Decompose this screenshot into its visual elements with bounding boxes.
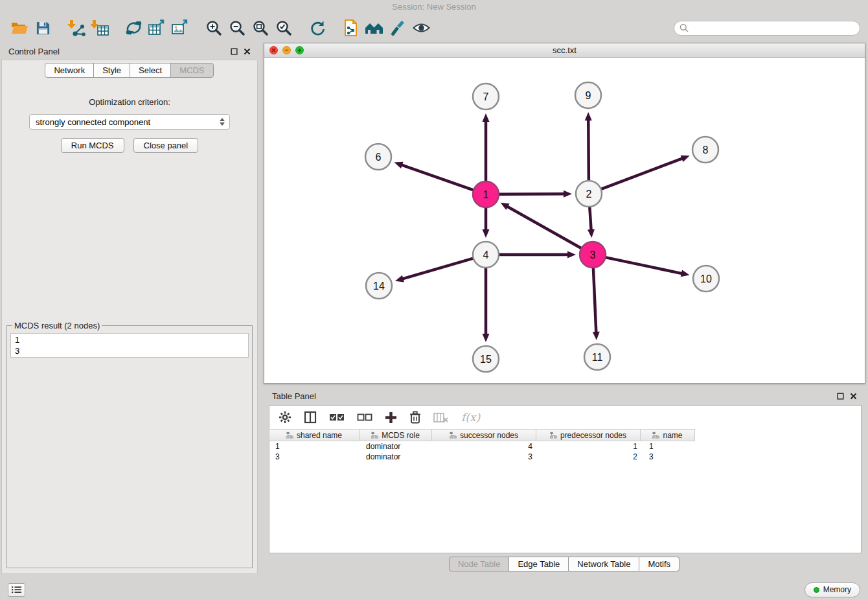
export-table-button[interactable] [145, 17, 168, 38]
run-mcds-button[interactable]: Run MCDS [61, 138, 124, 153]
graph-edge-1-2[interactable] [499, 194, 565, 194]
tab-edge-table[interactable]: Edge Table [508, 557, 569, 571]
table-cell: 3 [269, 452, 360, 461]
graph-node-label: 7 [483, 91, 489, 102]
show-hide-button[interactable] [409, 17, 433, 38]
tab-network[interactable]: Network [45, 63, 94, 78]
zoom-selected-button[interactable] [272, 17, 295, 38]
maximize-window-button[interactable] [295, 46, 304, 54]
task-history-button[interactable] [8, 583, 25, 597]
function-builder-button[interactable]: f(x) [461, 411, 480, 424]
graph-edge-arrowhead [593, 332, 600, 340]
search-input[interactable] [689, 23, 854, 32]
graph-edge-arrowhead [394, 162, 404, 168]
show-welcome-screen-button[interactable] [363, 17, 386, 38]
mcds-result-line: 1 [15, 334, 244, 345]
column-header-name[interactable]: name [640, 429, 695, 441]
table-cell: dominator [360, 442, 433, 451]
export-table-icon [148, 19, 166, 36]
table-panel-title: Table Panel [272, 391, 316, 401]
table-cell: dominator [360, 452, 433, 461]
import-network-icon [67, 19, 86, 37]
gear-icon[interactable] [279, 411, 291, 424]
graph-edge-2-8[interactable] [602, 158, 683, 189]
new-network-button[interactable] [122, 17, 145, 38]
zoom-fit-icon [253, 20, 269, 36]
add-column-icon[interactable] [385, 411, 397, 424]
column-header-MCDS-role[interactable]: MCDS role [359, 429, 432, 441]
close-panel-icon[interactable] [850, 393, 857, 400]
criterion-dropdown[interactable]: strongly connected component [29, 114, 230, 130]
import-network-button[interactable] [65, 17, 88, 38]
tab-select[interactable]: Select [130, 63, 171, 78]
column-header-successor-nodes[interactable]: successor nodes [431, 429, 536, 441]
refresh-view-button[interactable] [306, 17, 329, 38]
tab-style[interactable]: Style [93, 63, 130, 78]
close-panel-icon[interactable] [244, 48, 251, 55]
table-toolbar: f(x) [269, 406, 861, 429]
graph-edge-3-1[interactable] [507, 206, 580, 248]
table-cell: 1 [538, 442, 643, 451]
zoom-selected-icon [276, 20, 292, 36]
table-cell: 3 [433, 452, 538, 461]
select-all-icon[interactable] [329, 412, 345, 422]
close-window-button[interactable] [269, 46, 278, 54]
eye-icon [413, 21, 430, 35]
delete-icon[interactable] [409, 411, 421, 424]
table-panel-header: Table Panel [264, 387, 865, 404]
unselect-all-icon[interactable] [357, 412, 372, 422]
apply-style-button[interactable] [386, 17, 409, 38]
column-header-shared-name[interactable]: shared name [269, 429, 360, 441]
optimization-criterion-label: Optimization criterion: [89, 97, 170, 107]
graph-node-label: 15 [480, 354, 492, 365]
network-view-window: scc.txt 7968124314101511 [264, 43, 865, 384]
graph-edge-arrowhead [567, 251, 576, 259]
control-panel: Control Panel Network Style Select MCDS … [0, 43, 259, 574]
save-session-button[interactable] [31, 17, 54, 38]
dropdown-stepper-icon [220, 118, 225, 126]
show-columns-icon[interactable] [304, 411, 317, 424]
tab-motifs[interactable]: Motifs [639, 557, 680, 571]
zoom-fit-button[interactable] [249, 17, 272, 38]
control-panel-title: Control Panel [8, 47, 60, 56]
table-row[interactable]: 1dominator411 [269, 441, 861, 452]
graph-edge-4-14[interactable] [402, 259, 473, 279]
export-network-document-button[interactable] [339, 17, 363, 38]
workspace-column: scc.txt 7968124314101511 Table Panel [264, 43, 865, 574]
control-panel-tabs: Network Style Select MCDS [45, 63, 213, 78]
graph-node-label: 11 [592, 352, 603, 363]
zoom-in-button[interactable] [202, 17, 225, 38]
close-panel-button[interactable]: Close panel [133, 138, 199, 153]
open-folder-icon [11, 20, 29, 36]
document-share-icon [343, 19, 360, 36]
column-header-predecessor-nodes[interactable]: predecessor nodes [536, 429, 641, 441]
minimize-window-button[interactable] [282, 46, 291, 54]
open-file-button[interactable] [8, 17, 31, 38]
network-window-title: scc.txt [264, 45, 865, 55]
table-cell: 2 [538, 452, 643, 461]
tab-network-table[interactable]: Network Table [568, 557, 639, 571]
close-icon [271, 48, 276, 52]
import-table-button[interactable] [88, 17, 111, 38]
graph-edge-1-6[interactable] [401, 165, 473, 190]
column-header-label: MCDS role [382, 431, 420, 440]
tab-node-table[interactable]: Node Table [449, 557, 510, 571]
float-panel-icon[interactable] [231, 48, 238, 55]
tab-mcds[interactable]: MCDS [170, 63, 213, 78]
float-panel-icon[interactable] [837, 393, 844, 400]
graph-edge-2-3[interactable] [589, 207, 591, 231]
graph-edge-3-10[interactable] [606, 257, 683, 273]
export-image-button[interactable] [168, 17, 192, 38]
memory-status-icon [814, 587, 819, 593]
delete-column-icon[interactable] [433, 412, 449, 423]
memory-button[interactable]: Memory [805, 583, 860, 597]
search-field[interactable] [674, 21, 860, 36]
table-row[interactable]: 3dominator323 [269, 452, 861, 462]
graph-edge-2-9[interactable] [588, 119, 589, 180]
graph-edge-3-11[interactable] [593, 268, 596, 333]
network-window-titlebar: scc.txt [264, 43, 865, 58]
zoom-out-button[interactable] [225, 17, 249, 38]
panel-splitter[interactable] [259, 43, 264, 574]
network-canvas[interactable]: 7968124314101511 [264, 58, 864, 383]
graph-node-label: 9 [586, 90, 591, 101]
